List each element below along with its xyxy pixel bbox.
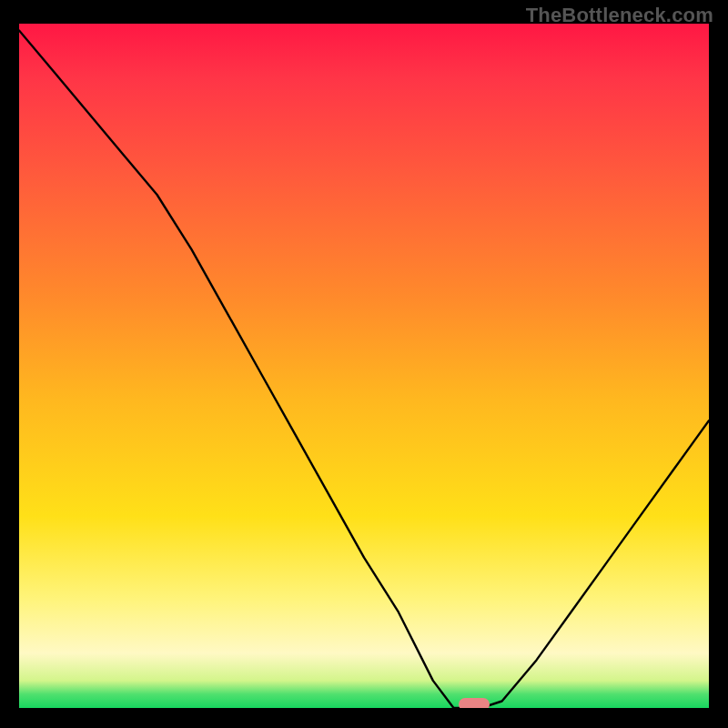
chart-frame: TheBottleneck.com bbox=[0, 0, 728, 728]
bottleneck-curve bbox=[19, 31, 709, 709]
plot-area bbox=[19, 24, 709, 708]
curve-layer bbox=[19, 24, 709, 708]
bottleneck-curve-svg bbox=[19, 24, 709, 708]
optimal-marker bbox=[459, 698, 490, 708]
watermark-text: TheBottleneck.com bbox=[526, 4, 713, 27]
